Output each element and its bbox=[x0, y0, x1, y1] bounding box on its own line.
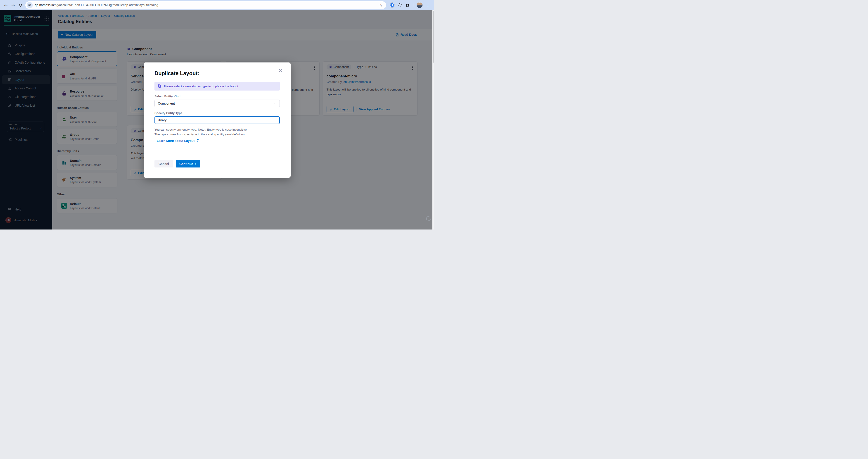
kind-label: Select Entity Kind bbox=[154, 95, 280, 98]
spinner-extension-icon[interactable] bbox=[397, 2, 403, 8]
url-text: qa.harness.io/ng/account/zEaak-FLS425IEO… bbox=[35, 3, 158, 7]
cancel-button[interactable]: Cancel bbox=[154, 160, 173, 168]
learn-more-link[interactable]: Learn More about Layout bbox=[157, 139, 280, 143]
chrome-right-controls: ⋮ bbox=[389, 2, 432, 8]
url-path: /ng/account/zEaak-FLS425IEO7OLzMUg/modul… bbox=[54, 3, 158, 7]
help-text: You can specify any entity type. Note : … bbox=[154, 127, 280, 137]
browser-chrome: ← → qa.harness.io/ng/account/zEaak-FLS42… bbox=[0, 0, 434, 10]
continue-button[interactable]: Continue › bbox=[176, 160, 200, 168]
reload-button[interactable] bbox=[17, 1, 24, 9]
bookmark-star-icon[interactable]: ☆ bbox=[377, 3, 385, 7]
doc-external-icon bbox=[196, 139, 200, 143]
modal-title: Duplicate Layout: bbox=[154, 70, 280, 77]
scrollbar[interactable] bbox=[432, 10, 434, 229]
url-host: qa.harness.io bbox=[35, 3, 54, 7]
back-button[interactable]: ← bbox=[2, 1, 9, 9]
chevron-right-icon: › bbox=[195, 162, 197, 166]
page: Internal Developer Portal ← Back to Main… bbox=[0, 10, 434, 229]
scrollbar-thumb[interactable] bbox=[433, 11, 434, 63]
type-label: Specify Entity Type bbox=[154, 111, 280, 115]
forward-button[interactable]: → bbox=[9, 1, 17, 9]
support-headset-icon[interactable] bbox=[425, 216, 431, 222]
chrome-separator bbox=[414, 3, 414, 7]
password-extension-icon[interactable] bbox=[389, 2, 395, 8]
entity-type-input[interactable] bbox=[154, 116, 280, 124]
duplicate-layout-modal: Duplicate Layout: × Please select a new … bbox=[144, 62, 290, 178]
info-banner: Please select a new kind or type to dupl… bbox=[154, 82, 280, 90]
info-icon bbox=[158, 84, 162, 88]
chevron-down-icon bbox=[274, 102, 277, 106]
browser-profile-avatar[interactable] bbox=[416, 2, 423, 8]
close-icon[interactable]: × bbox=[276, 66, 285, 75]
entity-kind-select[interactable]: Component bbox=[154, 99, 280, 107]
reload-icon bbox=[19, 3, 22, 7]
browser-menu-icon[interactable]: ⋮ bbox=[424, 3, 432, 7]
url-bar[interactable]: qa.harness.io/ng/account/zEaak-FLS425IEO… bbox=[25, 1, 386, 9]
screen: ← → qa.harness.io/ng/account/zEaak-FLS42… bbox=[0, 0, 434, 229]
extensions-puzzle-icon[interactable] bbox=[405, 2, 411, 8]
site-settings-icon[interactable] bbox=[27, 2, 33, 8]
